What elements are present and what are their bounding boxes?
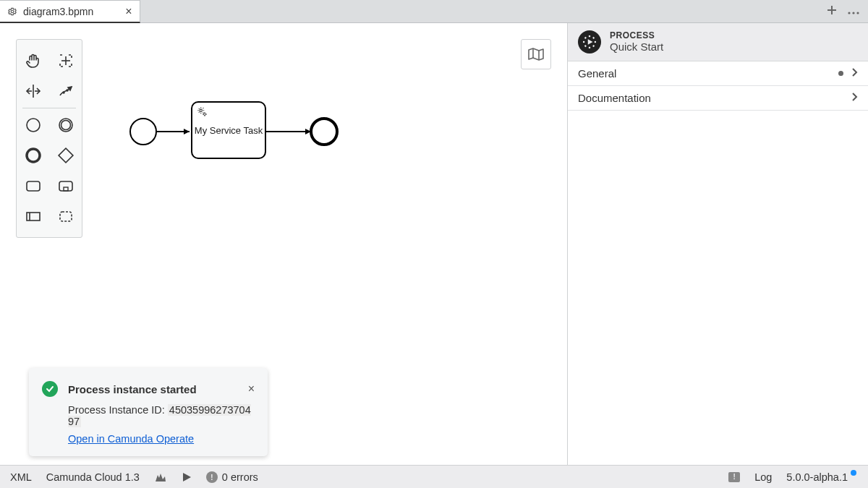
svg-marker-28 [184, 129, 190, 134]
section-general-label: General [578, 67, 616, 80]
minimap-toggle[interactable] [521, 39, 551, 69]
end-event-tool[interactable] [22, 145, 44, 166]
task-tool[interactable] [22, 175, 44, 197]
section-general[interactable]: General [568, 61, 868, 86]
deploy-button[interactable] [154, 471, 167, 483]
task-label: My Service Task [195, 125, 263, 136]
svg-point-17 [27, 149, 40, 162]
svg-rect-22 [27, 213, 40, 221]
global-connect-tool[interactable] [55, 80, 77, 102]
status-bar: XML Camunda Cloud 1.3 ! 0 errors ! Log 5… [0, 465, 868, 488]
participant-tool[interactable] [22, 205, 44, 227]
svg-point-3 [848, 12, 850, 14]
svg-point-5 [856, 12, 859, 14]
properties-header: PROCESS Quick Start [568, 23, 868, 61]
process-icon [578, 30, 601, 53]
hand-tool[interactable] [22, 50, 44, 72]
group-tool[interactable] [55, 205, 77, 227]
end-event[interactable] [311, 119, 337, 145]
version-text: 5.0.0-alpha.1 [786, 471, 848, 483]
svg-line-41 [593, 46, 595, 47]
svg-rect-18 [59, 148, 73, 163]
xml-toggle[interactable]: XML [10, 471, 32, 483]
section-documentation[interactable]: Documentation [568, 86, 868, 111]
update-indicator-dot [851, 470, 856, 476]
element-name: Quick Start [610, 40, 663, 53]
lasso-tool[interactable] [55, 50, 77, 72]
feedback-button[interactable]: ! [728, 472, 740, 482]
file-tab[interactable]: diagram3.bpmn × [0, 0, 140, 23]
svg-rect-19 [27, 181, 40, 191]
start-event-tool[interactable] [22, 114, 44, 136]
svg-point-14 [27, 119, 40, 132]
canvas[interactable]: My Service Task Process instance started… [0, 23, 567, 465]
properties-panel: PROCESS Quick Start General Documentatio… [567, 23, 868, 465]
svg-marker-44 [183, 473, 191, 481]
instance-id-label: Process Instance ID: [68, 404, 168, 416]
service-task-icon [196, 106, 209, 119]
version-label[interactable]: 5.0.0-alpha.1 [786, 471, 858, 483]
intermediate-event-tool[interactable] [55, 114, 77, 136]
svg-rect-20 [59, 181, 72, 191]
svg-line-40 [585, 38, 587, 39]
toast-title: Process instance started [68, 383, 238, 395]
feedback-icon: ! [728, 472, 740, 482]
tool-palette [16, 39, 82, 238]
toast-close-icon[interactable]: × [248, 382, 255, 395]
start-instance-button[interactable] [182, 472, 192, 482]
close-icon[interactable]: × [125, 6, 132, 17]
open-operate-link[interactable]: Open in Camunda Operate [68, 433, 194, 445]
chevron-right-icon [851, 67, 858, 80]
svg-line-42 [585, 46, 587, 47]
log-button[interactable]: Log [754, 471, 772, 483]
gateway-tool[interactable] [55, 145, 77, 166]
error-icon: ! [206, 471, 218, 483]
more-menu-icon[interactable] [848, 5, 859, 17]
svg-point-16 [61, 121, 70, 130]
notification-toast: Process instance started × Process Insta… [29, 368, 268, 456]
svg-point-31 [200, 109, 202, 111]
element-type-label: PROCESS [610, 30, 663, 40]
svg-point-12 [63, 92, 64, 93]
space-tool[interactable] [22, 80, 44, 102]
svg-point-0 [11, 10, 14, 13]
svg-point-32 [204, 114, 206, 116]
subprocess-tool[interactable] [55, 175, 77, 197]
errors-button[interactable]: ! 0 errors [206, 471, 258, 483]
svg-line-43 [593, 38, 595, 39]
new-tab-button[interactable] [826, 4, 838, 18]
svg-point-4 [852, 12, 854, 14]
success-check-icon [42, 381, 58, 397]
service-task[interactable]: My Service Task [191, 101, 266, 159]
section-indicator-dot [838, 71, 843, 76]
section-documentation-label: Documentation [578, 92, 651, 104]
errors-count: 0 errors [222, 471, 258, 483]
start-event[interactable] [130, 119, 156, 145]
engine-profile[interactable]: Camunda Cloud 1.3 [46, 471, 140, 483]
tab-bar: diagram3.bpmn × [0, 0, 868, 23]
chevron-right-icon [851, 92, 858, 104]
svg-point-13 [67, 90, 68, 91]
gear-icon [7, 7, 17, 17]
tab-title: diagram3.bpmn [23, 6, 93, 17]
svg-rect-24 [60, 212, 72, 221]
